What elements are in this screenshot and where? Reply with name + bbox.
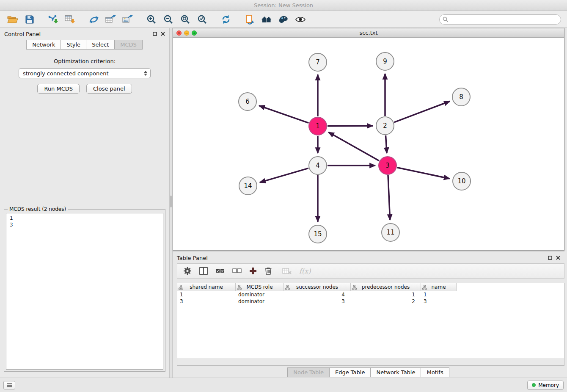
close-panel-icon[interactable] bbox=[161, 32, 165, 36]
graph-node-14[interactable]: 14 bbox=[239, 177, 257, 195]
import-network-button[interactable] bbox=[45, 12, 62, 27]
edge-4-14[interactable] bbox=[260, 168, 308, 182]
optimization-criterion-select[interactable]: strongly connected component bbox=[19, 68, 151, 78]
home-button[interactable] bbox=[258, 12, 275, 27]
table-cell: 2 bbox=[351, 298, 421, 305]
import-table-button[interactable] bbox=[62, 12, 79, 27]
column-header-name[interactable]: name bbox=[421, 283, 457, 291]
tab-select[interactable]: Select bbox=[86, 40, 115, 50]
apply-style-button[interactable] bbox=[275, 12, 292, 27]
graph-node-9[interactable]: 9 bbox=[376, 52, 394, 70]
add-row-button[interactable] bbox=[249, 267, 257, 275]
edge-2-3[interactable] bbox=[385, 135, 387, 153]
tab-motifs[interactable]: Motifs bbox=[421, 367, 449, 377]
zoom-in-button[interactable] bbox=[143, 12, 160, 27]
horizontal-scrollbar[interactable] bbox=[177, 359, 564, 365]
memory-label: Memory bbox=[538, 382, 559, 388]
window-minimize-button[interactable]: − bbox=[184, 30, 189, 36]
zoom-out-icon bbox=[163, 14, 173, 25]
graph-node-10[interactable]: 10 bbox=[453, 172, 471, 190]
export-table-button[interactable] bbox=[102, 12, 119, 27]
zoom-fit-button[interactable] bbox=[177, 12, 194, 27]
tab-node-table[interactable]: Node Table bbox=[287, 367, 330, 377]
table-settings-button[interactable] bbox=[183, 267, 192, 275]
select-all-columns-button[interactable] bbox=[215, 268, 225, 274]
graph-node-7[interactable]: 7 bbox=[309, 53, 327, 71]
delete-table-icon bbox=[282, 268, 292, 274]
window-zoom-button[interactable]: + bbox=[192, 30, 197, 36]
tab-network-table[interactable]: Network Table bbox=[370, 367, 421, 377]
close-panel-button[interactable]: Close panel bbox=[86, 84, 132, 94]
search-icon bbox=[443, 17, 449, 22]
show-graphics-details-button[interactable] bbox=[292, 12, 309, 27]
float-table-panel-icon[interactable] bbox=[548, 256, 552, 260]
graph-node-4[interactable]: 4 bbox=[309, 157, 327, 174]
edge-3-1[interactable] bbox=[328, 132, 379, 160]
save-session-button[interactable] bbox=[21, 12, 38, 27]
show-columns-button[interactable] bbox=[199, 267, 208, 275]
mcds-result-line: 3 bbox=[10, 221, 160, 228]
tab-edge-table[interactable]: Edge Table bbox=[329, 367, 371, 377]
network-canvas[interactable]: 7968124314101511 bbox=[173, 38, 564, 250]
mcds-result-list[interactable]: 13 bbox=[6, 213, 163, 370]
graph-node-3[interactable]: 3 bbox=[379, 157, 396, 174]
edge-2-8[interactable] bbox=[394, 101, 450, 122]
clone-network-button[interactable] bbox=[241, 12, 258, 27]
run-mcds-button[interactable]: Run MCDS bbox=[37, 84, 80, 94]
graph-node-1[interactable]: 1 bbox=[309, 117, 327, 135]
column-header-successor-nodes[interactable]: successor nodes bbox=[284, 283, 351, 291]
column-header-mcds-role[interactable]: MCDS role bbox=[236, 283, 284, 291]
table-cell: 1 bbox=[421, 291, 457, 298]
close-table-panel-icon[interactable] bbox=[556, 256, 560, 260]
graph-node-2[interactable]: 2 bbox=[376, 117, 394, 135]
splitter-grip[interactable] bbox=[170, 196, 172, 207]
zoom-selected-button[interactable] bbox=[194, 12, 211, 27]
memory-button[interactable]: Memory bbox=[527, 381, 564, 390]
toolbar-search bbox=[439, 14, 561, 25]
node-label: 1 bbox=[316, 122, 320, 130]
table-row[interactable]: 1dominator411 bbox=[177, 291, 564, 298]
table-row[interactable]: 3dominator323 bbox=[177, 298, 564, 305]
column-header-predecessor-nodes[interactable]: predecessor nodes bbox=[351, 283, 421, 291]
graph-node-8[interactable]: 8 bbox=[452, 88, 470, 106]
task-history-button[interactable] bbox=[3, 381, 15, 389]
network-graph[interactable]: 7968124314101511 bbox=[173, 38, 564, 250]
refresh-button[interactable] bbox=[217, 12, 234, 27]
tab-style[interactable]: Style bbox=[61, 40, 86, 50]
table-panel-tabs: Node TableEdge TableNetwork TableMotifs bbox=[173, 367, 564, 378]
table-panel-header: Table Panel bbox=[173, 252, 564, 263]
edge-3-11[interactable] bbox=[388, 175, 390, 220]
table-cell: 4 bbox=[284, 291, 351, 298]
edge-1-6[interactable] bbox=[259, 106, 308, 123]
delete-row-button[interactable] bbox=[264, 267, 272, 275]
table-cell: 3 bbox=[284, 298, 351, 305]
list-icon bbox=[6, 383, 12, 387]
panel-splitter[interactable] bbox=[169, 28, 173, 378]
tab-mcds[interactable]: MCDS bbox=[114, 40, 143, 50]
node-label: 11 bbox=[386, 229, 394, 236]
curved-arrows-icon bbox=[89, 14, 99, 25]
control-panel-tabs: NetworkStyleSelectMCDS bbox=[0, 40, 169, 50]
zoom-out-button[interactable] bbox=[160, 12, 177, 27]
node-label: 3 bbox=[385, 162, 390, 169]
tab-network[interactable]: Network bbox=[26, 40, 61, 50]
node-table: shared nameMCDS rolesuccessor nodesprede… bbox=[177, 283, 564, 366]
unselect-all-columns-button[interactable] bbox=[232, 268, 242, 274]
window-close-button[interactable]: × bbox=[176, 30, 182, 36]
graph-node-15[interactable]: 15 bbox=[309, 225, 327, 243]
float-panel-icon[interactable] bbox=[153, 32, 157, 36]
clone-document-icon bbox=[245, 14, 255, 25]
column-header-shared-name[interactable]: shared name bbox=[177, 283, 236, 291]
edge-3-10[interactable] bbox=[397, 168, 450, 179]
search-input[interactable] bbox=[439, 14, 561, 25]
graph-node-11[interactable]: 11 bbox=[382, 224, 399, 241]
edge-1-2[interactable] bbox=[328, 126, 373, 126]
export-image-button[interactable] bbox=[119, 12, 136, 27]
network-window-titlebar[interactable]: × − + scc.txt bbox=[173, 28, 564, 38]
function-builder-button: f(x) bbox=[299, 267, 311, 275]
open-session-button[interactable] bbox=[4, 12, 21, 27]
graph-node-6[interactable]: 6 bbox=[239, 93, 256, 110]
trash-icon bbox=[264, 267, 272, 275]
right-column: × − + scc.txt 7968124314101511 Table Pan… bbox=[173, 28, 567, 378]
first-neighbors-button[interactable] bbox=[85, 12, 102, 27]
